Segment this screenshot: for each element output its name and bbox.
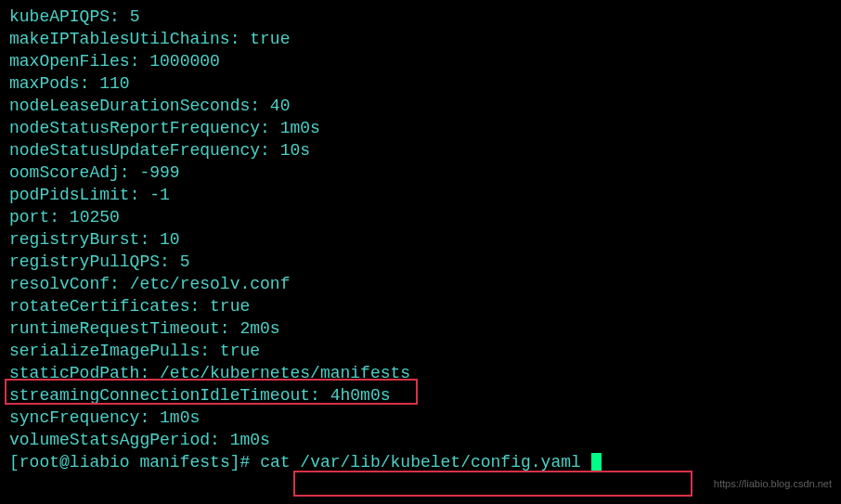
- config-value: 40: [270, 97, 291, 115]
- config-line: runtimeRequestTimeout: 2m0s: [9, 317, 832, 340]
- config-key: maxPods: [9, 74, 80, 93]
- config-value: 1000000: [149, 52, 220, 71]
- config-line: nodeStatusReportFrequency: 1m0s: [9, 117, 832, 139]
- config-key: oomScoreAdj: [9, 163, 120, 182]
- config-line: resolvConf: /etc/resolv.conf: [9, 273, 832, 295]
- config-line: kubeAPIQPS: 5: [9, 6, 832, 28]
- config-line: nodeLeaseDurationSeconds: 40: [9, 95, 832, 117]
- config-line: podPidsLimit: -1: [9, 184, 832, 206]
- config-key: kubeAPIQPS: [9, 7, 110, 26]
- config-line: registryBurst: 10: [9, 228, 832, 251]
- watermark-text: https://liabio.blog.csdn.net: [714, 472, 832, 495]
- config-line: maxPods: 110: [9, 72, 832, 95]
- config-key: nodeLeaseDurationSeconds: [9, 97, 250, 115]
- prompt-symbol: #: [240, 453, 251, 472]
- config-key: registryBurst: [9, 230, 139, 249]
- config-value: 2m0s: [239, 319, 279, 338]
- config-value: true: [220, 342, 260, 360]
- config-value: true: [210, 297, 250, 316]
- config-line: nodeStatusUpdateFrequency: 10s: [9, 139, 832, 162]
- config-line: maxOpenFiles: 1000000: [9, 50, 832, 72]
- config-key: nodeStatusReportFrequency: [9, 119, 260, 137]
- cursor-icon: [591, 453, 602, 472]
- config-key: port: [9, 208, 49, 226]
- config-line: oomScoreAdj: -999: [9, 162, 832, 184]
- config-key: syncFrequency: [9, 408, 139, 427]
- config-key: runtimeRequestTimeout: [9, 319, 220, 338]
- prompt-user: root: [19, 453, 59, 472]
- config-value: 5: [130, 7, 140, 26]
- config-value: -999: [139, 163, 179, 182]
- config-key: registryPullQPS: [9, 252, 160, 271]
- config-line: volumeStatsAggPeriod: 1m0s: [9, 429, 832, 451]
- config-value: 1m0s: [230, 431, 270, 449]
- config-key: resolvConf: [9, 275, 110, 293]
- config-key: maxOpenFiles: [9, 52, 130, 71]
- config-value: 110: [99, 74, 129, 93]
- config-key: makeIPTablesUtilChains: [9, 30, 230, 48]
- prompt-host: liabio: [70, 453, 130, 472]
- config-value: 1m0s: [280, 119, 320, 137]
- config-line: makeIPTablesUtilChains: true: [9, 28, 832, 50]
- config-value: 10: [160, 230, 180, 249]
- config-line: rotateCertificates: true: [9, 295, 832, 317]
- config-value: -1: [149, 186, 170, 204]
- command-text: cat /var/lib/kubelet/config.yaml: [260, 453, 581, 472]
- config-key: volumeStatsAggPeriod: [9, 431, 210, 449]
- highlight-box-2: [293, 471, 692, 497]
- config-line: syncFrequency: 1m0s: [9, 407, 832, 429]
- config-value: /etc/resolv.conf: [130, 275, 291, 293]
- config-value: 10s: [280, 141, 310, 160]
- config-key: rotateCertificates: [9, 297, 189, 316]
- config-value: 5: [180, 252, 190, 271]
- config-line: registryPullQPS: 5: [9, 251, 832, 273]
- config-value: true: [250, 30, 290, 48]
- config-key: podPidsLimit: [9, 186, 130, 204]
- config-key: serializeImagePulls: [9, 342, 200, 360]
- config-line: port: 10250: [9, 206, 832, 228]
- config-line: serializeImagePulls: true: [9, 340, 832, 362]
- prompt-dir: manifests: [139, 453, 229, 472]
- highlight-box-1: [5, 379, 418, 405]
- config-value: 1m0s: [160, 408, 200, 427]
- config-value: 10250: [70, 208, 120, 226]
- config-key: nodeStatusUpdateFrequency: [9, 141, 260, 160]
